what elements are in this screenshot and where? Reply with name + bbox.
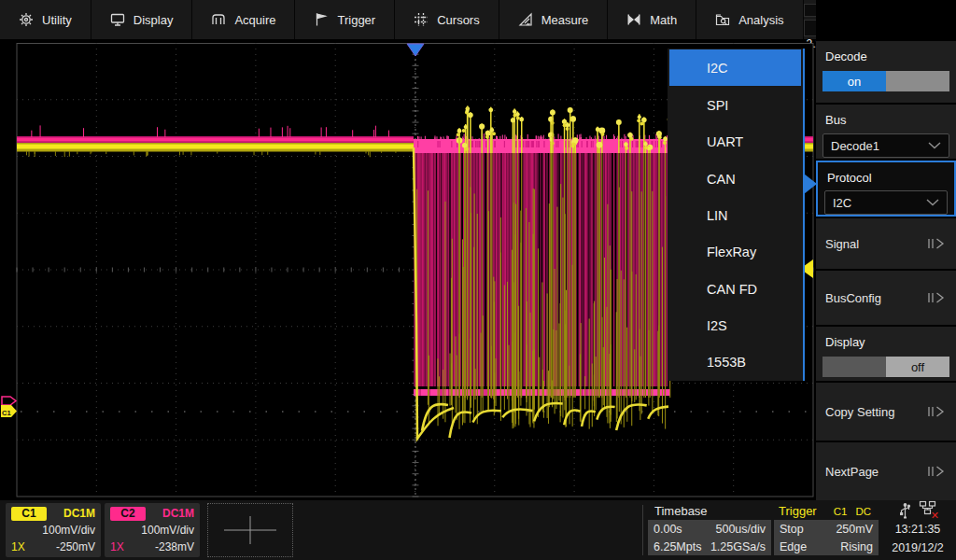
channel1-marker-label: C1 xyxy=(2,409,11,417)
menu-item-math[interactable]: Math xyxy=(608,0,696,39)
channel1-scale: 100mV/div xyxy=(42,524,95,537)
display-label: Display xyxy=(816,327,956,349)
trigger-title: Trigger xyxy=(779,504,817,518)
menu-item-utility[interactable]: Utility xyxy=(0,0,91,39)
channel2-offset: -238mV xyxy=(155,540,194,553)
submenu-arrow-icon xyxy=(926,237,947,250)
popup-item-spi[interactable]: SPI xyxy=(668,87,803,123)
crosshair-icon xyxy=(220,513,280,547)
protocol-section: Protocol I2C xyxy=(816,161,956,217)
cursors-icon xyxy=(414,12,429,27)
channel2-box[interactable]: C2 DC1M 100mV/div 1X -238mV xyxy=(105,503,200,557)
acquire-icon xyxy=(211,12,226,27)
trigger-type: Edge xyxy=(780,540,807,553)
display-section: Display off xyxy=(816,327,956,381)
menu-item-label: Measure xyxy=(541,13,589,27)
menu-item-label: Display xyxy=(134,13,174,27)
bus-select[interactable]: Decode1 xyxy=(822,133,949,158)
analysis-icon xyxy=(715,12,730,27)
menu-item-label: Analysis xyxy=(738,13,783,27)
popup-item-1553b[interactable]: 1553B xyxy=(668,344,803,381)
menu-item-cursors[interactable]: Cursors xyxy=(395,0,499,39)
submenu-arrow-icon xyxy=(926,465,947,478)
popup-item-uart[interactable]: UART xyxy=(668,124,803,161)
channel1-badge: C1 xyxy=(11,507,47,521)
channel2-offset-marker[interactable] xyxy=(2,397,16,405)
next-page-label: NextPage xyxy=(825,465,879,479)
clock-panel: ✕ 13:21:35 2019/12/2 xyxy=(881,501,954,557)
channel2-badge: C2 xyxy=(110,507,146,521)
status-bar: C1 DC1M 100mV/div 1X -250mV C2 DC1M 100m… xyxy=(0,500,956,560)
chevron-down-icon xyxy=(928,142,941,149)
toggle-off-half[interactable] xyxy=(886,71,949,91)
signal-button[interactable]: Signal xyxy=(816,218,956,269)
statusbar-divider xyxy=(642,505,643,555)
copy-setting-button[interactable]: Copy Setting xyxy=(816,383,956,441)
popup-callout-arrow xyxy=(804,174,817,194)
bus-value: Decode1 xyxy=(831,139,879,153)
protocol-label: Protocol xyxy=(818,162,954,185)
popup-item-i2s[interactable]: I2S xyxy=(668,307,803,343)
busconfig-button[interactable]: BusConfig xyxy=(816,271,956,325)
popup-item-i2c[interactable]: I2C xyxy=(669,49,801,86)
submenu-arrow-icon xyxy=(926,291,947,304)
trigger-coupling-badge: DC xyxy=(852,505,874,518)
toggle-on-half[interactable] xyxy=(822,357,886,377)
trigger-source-badge: C1 xyxy=(831,505,851,518)
math-icon xyxy=(626,12,641,27)
display-icon xyxy=(110,12,125,27)
decode-section: Decode on xyxy=(816,41,956,103)
menu-item-display[interactable]: Display xyxy=(91,0,193,39)
trigger-panel[interactable]: Trigger C1 DC Stop 250mV Edge Rising xyxy=(774,502,879,555)
channel1-probe: 1X xyxy=(11,540,25,553)
popup-item-canfd[interactable]: CAN FD xyxy=(668,271,803,307)
menu-item-label: Utility xyxy=(42,13,72,27)
math-channel-slot[interactable] xyxy=(207,503,293,557)
protocol-select[interactable]: I2C xyxy=(824,190,948,215)
channel1-box[interactable]: C1 DC1M 100mV/div 1X -250mV xyxy=(6,503,101,557)
menu-item-label: Acquire xyxy=(234,13,275,27)
next-page-section: NextPage xyxy=(816,442,956,500)
menu-item-label: Trigger xyxy=(337,13,375,27)
display-toggle[interactable]: off xyxy=(822,357,949,377)
menu-item-label: Cursors xyxy=(437,13,480,27)
copy-setting-label: Copy Setting xyxy=(825,405,894,419)
clock-date: 2019/12/2 xyxy=(881,539,954,557)
oscilloscope-screen: Utility Display Acquire Trigger Cursors … xyxy=(0,0,956,560)
bus-label: Bus xyxy=(816,105,956,127)
signal-label: Signal xyxy=(825,237,859,251)
timebase-panel[interactable]: Timebase 0.00s 500us/div 6.25Mpts 1.25GS… xyxy=(648,502,771,555)
protocol-value: I2C xyxy=(833,196,851,210)
timebase-title: Timebase xyxy=(654,504,708,518)
lan-status-icon: ✕ xyxy=(919,500,936,522)
decode-label: Decode xyxy=(816,41,956,63)
popup-item-flexray[interactable]: FlexRay xyxy=(668,234,803,271)
bus-section: Bus Decode1 xyxy=(816,105,956,159)
submenu-arrow-icon xyxy=(926,405,947,418)
measure-icon xyxy=(518,12,533,27)
menu-item-trigger[interactable]: Trigger xyxy=(295,0,395,39)
channel2-coupling: DC1M xyxy=(162,507,194,520)
channel2-probe: 1X xyxy=(110,540,124,553)
decode-toggle[interactable]: on xyxy=(822,71,949,91)
copy-setting-section: Copy Setting xyxy=(816,383,956,441)
menu-item-measure[interactable]: Measure xyxy=(499,0,609,39)
menu-item-label: Math xyxy=(650,13,677,27)
menu-item-analysis[interactable]: Analysis xyxy=(696,0,803,39)
busconfig-section: BusConfig xyxy=(816,271,956,325)
popup-item-can[interactable]: CAN xyxy=(668,161,803,197)
signal-section: Signal xyxy=(816,218,956,269)
timebase-memory: 6.25Mpts xyxy=(654,540,701,553)
trigger-level: 250mV xyxy=(836,523,873,536)
next-page-button[interactable]: NextPage xyxy=(816,442,956,500)
flag-icon xyxy=(314,12,329,27)
toggle-off-half[interactable]: off xyxy=(886,357,949,377)
menu-item-acquire[interactable]: Acquire xyxy=(192,0,295,39)
busconfig-label: BusConfig xyxy=(825,291,881,305)
popup-item-lin[interactable]: LIN xyxy=(668,197,803,233)
toggle-on-half[interactable]: on xyxy=(822,71,886,91)
timebase-samplerate: 1.25GSa/s xyxy=(710,540,766,553)
trigger-status: Stop xyxy=(780,523,804,536)
channel1-offset: -250mV xyxy=(56,540,95,553)
channel1-coupling: DC1M xyxy=(63,507,95,520)
